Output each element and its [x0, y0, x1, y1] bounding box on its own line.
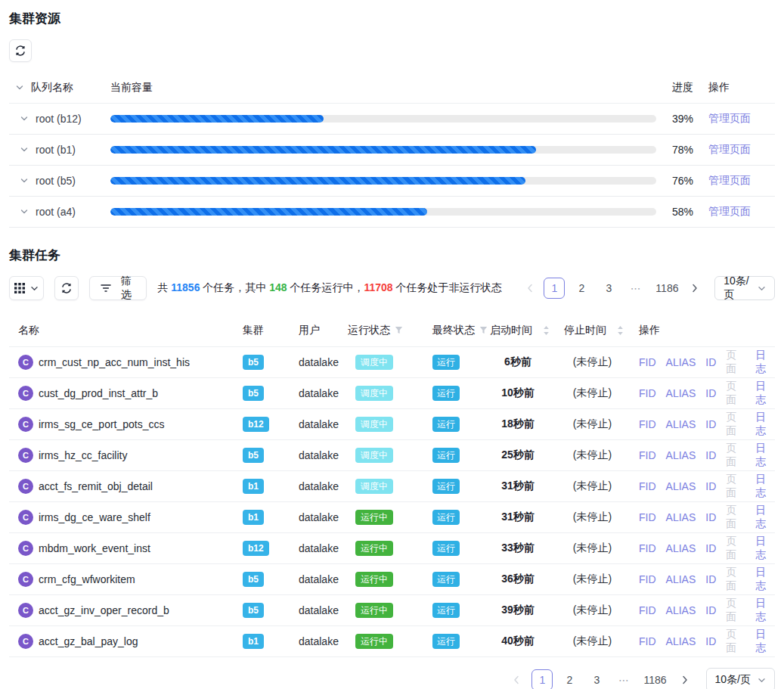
- op-log-link[interactable]: 日志: [755, 566, 775, 593]
- chevron-down-icon[interactable]: [20, 114, 29, 123]
- page-number[interactable]: 1: [544, 278, 565, 299]
- op-log-link[interactable]: 日志: [755, 473, 775, 500]
- op-id-link[interactable]: ID: [705, 635, 716, 647]
- task-avatar: C: [18, 510, 33, 525]
- op-fid-link[interactable]: FID: [639, 356, 656, 368]
- page-number[interactable]: 2: [559, 669, 580, 689]
- manage-page-link[interactable]: 管理页面: [708, 143, 751, 155]
- resources-refresh-button[interactable]: [9, 39, 32, 62]
- op-alias-link[interactable]: ALIAS: [666, 356, 696, 368]
- page-size-select[interactable]: 10条/页: [714, 276, 775, 300]
- chevron-down-icon[interactable]: [20, 176, 29, 185]
- page-size-select[interactable]: 10条/页: [706, 668, 775, 689]
- page-number[interactable]: 2: [571, 278, 592, 299]
- op-alias-link[interactable]: ALIAS: [666, 604, 696, 616]
- chevron-down-icon[interactable]: [20, 145, 29, 154]
- op-log-link[interactable]: 日志: [755, 442, 775, 469]
- op-log-link[interactable]: 日志: [755, 380, 775, 407]
- op-id-link[interactable]: ID: [705, 387, 716, 399]
- op-page-link: 页面: [726, 380, 745, 407]
- op-id-link[interactable]: ID: [705, 449, 716, 461]
- final-status-badge: 运行: [432, 355, 460, 370]
- filter-button[interactable]: 筛选: [89, 276, 147, 300]
- prev-page-arrow[interactable]: [507, 669, 525, 689]
- op-log-link[interactable]: 日志: [755, 349, 775, 376]
- op-alias-link[interactable]: ALIAS: [666, 573, 696, 585]
- op-fid-link[interactable]: FID: [639, 480, 656, 492]
- op-id-link[interactable]: ID: [705, 356, 716, 368]
- op-log-link[interactable]: 日志: [755, 411, 775, 438]
- task-avatar: C: [18, 448, 33, 463]
- final-status-badge: 运行: [432, 479, 460, 494]
- task-row: C irms_sg_ce_port_pots_ccs b12 datalake …: [9, 409, 775, 440]
- capacity-bar: [110, 115, 656, 123]
- op-fid-link[interactable]: FID: [639, 511, 656, 523]
- refresh-icon: [61, 283, 72, 293]
- cluster-badge: b1: [243, 510, 264, 525]
- op-log-link[interactable]: 日志: [755, 628, 775, 655]
- next-page-arrow[interactable]: [676, 669, 694, 689]
- chevron-down-icon[interactable]: [15, 83, 24, 92]
- page-number[interactable]: 3: [586, 669, 607, 689]
- next-page-arrow[interactable]: [687, 278, 702, 299]
- task-avatar: C: [18, 479, 33, 494]
- start-time: 6秒前: [504, 355, 531, 368]
- page-number[interactable]: 1: [531, 669, 553, 689]
- queue-name: root (b12): [36, 113, 82, 125]
- run-status-badge: 调度中: [355, 386, 393, 401]
- op-fid-link[interactable]: FID: [639, 418, 656, 430]
- op-alias-link[interactable]: ALIAS: [666, 542, 696, 554]
- manage-page-link[interactable]: 管理页面: [708, 205, 751, 217]
- op-alias-link[interactable]: ALIAS: [666, 635, 696, 647]
- op-fid-link[interactable]: FID: [639, 573, 656, 585]
- op-page-link: 页面: [726, 566, 745, 593]
- task-name: acct_gz_inv_oper_record_b: [39, 604, 169, 616]
- run-status-badge: 运行中: [355, 510, 393, 525]
- op-log-link[interactable]: 日志: [755, 535, 775, 562]
- op-id-link[interactable]: ID: [705, 418, 716, 430]
- op-alias-link[interactable]: ALIAS: [666, 387, 696, 399]
- page-number[interactable]: 3: [598, 278, 619, 299]
- op-fid-link[interactable]: FID: [639, 542, 656, 554]
- op-alias-link[interactable]: ALIAS: [666, 480, 696, 492]
- sorter-icon[interactable]: [617, 325, 624, 336]
- sorter-icon[interactable]: [543, 325, 550, 336]
- task-table: 名称 集群 用户 运行状态 最终状态: [9, 314, 775, 657]
- op-fid-link[interactable]: FID: [639, 635, 656, 647]
- manage-page-link[interactable]: 管理页面: [708, 112, 751, 124]
- op-log-link[interactable]: 日志: [755, 504, 775, 531]
- task-user: datalake: [299, 542, 339, 554]
- op-log-link[interactable]: 日志: [755, 597, 775, 624]
- op-fid-link[interactable]: FID: [639, 604, 656, 616]
- op-id-link[interactable]: ID: [705, 542, 716, 554]
- filter-funnel-icon[interactable]: [479, 326, 488, 334]
- column-run-status: 运行状态: [348, 324, 390, 337]
- op-id-link[interactable]: ID: [705, 480, 716, 492]
- page-ellipsis: ⋯: [613, 669, 634, 689]
- column-actions: 操作: [639, 324, 660, 337]
- filter-funnel-icon[interactable]: [395, 326, 403, 334]
- op-alias-link[interactable]: ALIAS: [666, 418, 696, 430]
- column-settings-button[interactable]: [9, 276, 44, 300]
- page-number[interactable]: 1186: [640, 669, 669, 689]
- op-id-link[interactable]: ID: [705, 511, 716, 523]
- cluster-badge: b5: [243, 603, 264, 618]
- op-id-link[interactable]: ID: [705, 604, 716, 616]
- prev-page-arrow[interactable]: [523, 278, 538, 299]
- op-alias-link[interactable]: ALIAS: [666, 511, 696, 523]
- op-fid-link[interactable]: FID: [639, 449, 656, 461]
- op-fid-link[interactable]: FID: [639, 387, 656, 399]
- inactive-task-count: 11708: [364, 281, 392, 293]
- op-alias-link[interactable]: ALIAS: [666, 449, 696, 461]
- manage-page-link[interactable]: 管理页面: [708, 174, 751, 186]
- run-status-badge: 运行中: [355, 603, 393, 618]
- pagination: 123⋯1186 10条/页: [523, 276, 775, 300]
- page-number[interactable]: 1186: [652, 278, 681, 299]
- chevron-down-icon[interactable]: [20, 207, 29, 216]
- op-id-link[interactable]: ID: [705, 573, 716, 585]
- task-row: C mbdm_work_event_inst b12 datalake 运行中 …: [9, 533, 775, 564]
- task-name: mbdm_work_event_inst: [39, 542, 150, 554]
- task-row: C acct_gz_bal_pay_log b1 datalake 运行中 运行…: [9, 626, 775, 657]
- tasks-refresh-button[interactable]: [54, 276, 79, 300]
- run-status-badge: 运行中: [355, 572, 393, 587]
